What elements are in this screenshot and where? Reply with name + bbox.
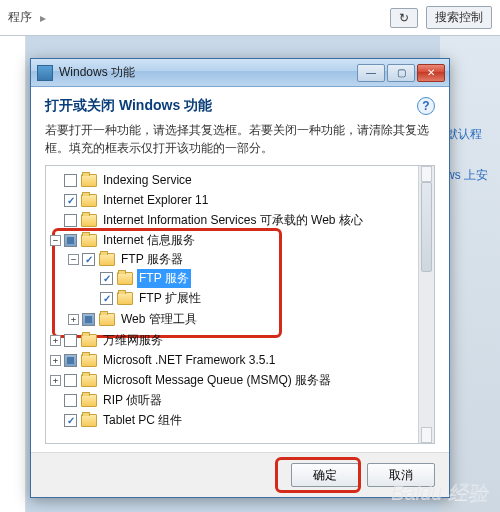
- folder-icon: [81, 214, 97, 227]
- app-icon: [37, 65, 53, 81]
- expander-expand[interactable]: +: [50, 335, 61, 346]
- maximize-button[interactable]: ▢: [387, 64, 415, 82]
- background-toolbar: 程序 ▸ ↻ 搜索控制: [0, 0, 500, 36]
- scrollbar-thumb[interactable]: [421, 182, 432, 272]
- checkbox[interactable]: [64, 374, 77, 387]
- close-button[interactable]: ✕: [417, 64, 445, 82]
- tree-label[interactable]: Indexing Service: [101, 172, 194, 188]
- search-panel-button[interactable]: 搜索控制: [426, 6, 492, 29]
- watermark: Baidu 经验: [391, 479, 488, 506]
- expander-collapse[interactable]: −: [50, 235, 61, 246]
- minimize-button[interactable]: —: [357, 64, 385, 82]
- breadcrumb-segment[interactable]: 程序: [8, 9, 32, 26]
- folder-icon: [81, 234, 97, 247]
- window-title: Windows 功能: [59, 64, 135, 81]
- tree-label[interactable]: Tablet PC 组件: [101, 411, 184, 430]
- folder-icon: [81, 414, 97, 427]
- checkbox[interactable]: [82, 253, 95, 266]
- folder-icon: [99, 313, 115, 326]
- refresh-button[interactable]: ↻: [390, 8, 418, 28]
- folder-icon: [81, 374, 97, 387]
- checkbox[interactable]: [100, 292, 113, 305]
- expander-none: [50, 415, 61, 426]
- tree-label[interactable]: Web 管理工具: [119, 310, 199, 329]
- tree-label[interactable]: Internet Explorer 11: [101, 192, 210, 208]
- tree-label[interactable]: Microsoft Message Queue (MSMQ) 服务器: [101, 371, 333, 390]
- help-icon[interactable]: ?: [417, 97, 435, 115]
- expander-expand[interactable]: +: [68, 314, 79, 325]
- tree-label-selected[interactable]: FTP 服务: [137, 269, 191, 288]
- checkbox[interactable]: [64, 194, 77, 207]
- expander-none: [50, 195, 61, 206]
- ok-button[interactable]: 确定: [291, 463, 359, 487]
- windows-features-dialog: Windows 功能 — ▢ ✕ 打开或关闭 Windows 功能 ? 若要打开…: [30, 58, 450, 498]
- side-link[interactable]: 默认程: [446, 126, 494, 143]
- vertical-scrollbar[interactable]: [418, 166, 434, 443]
- features-tree-container: Indexing Service Internet Explorer 11 In…: [45, 165, 435, 444]
- checkbox-partial[interactable]: [64, 354, 77, 367]
- checkbox-partial[interactable]: [64, 234, 77, 247]
- expander-none: [50, 215, 61, 226]
- checkbox-partial[interactable]: [82, 313, 95, 326]
- tree-label[interactable]: 万维网服务: [101, 331, 165, 350]
- tree-label[interactable]: Microsoft .NET Framework 3.5.1: [101, 352, 278, 368]
- tree-label[interactable]: RIP 侦听器: [101, 391, 164, 410]
- tree-label[interactable]: Internet 信息服务: [101, 231, 197, 250]
- checkbox[interactable]: [64, 174, 77, 187]
- expander-none: [50, 175, 61, 186]
- dialog-description: 若要打开一种功能，请选择其复选框。若要关闭一种功能，请清除其复选框。填充的框表示…: [31, 121, 449, 157]
- expander-collapse[interactable]: −: [68, 254, 79, 265]
- folder-icon: [99, 253, 115, 266]
- checkbox[interactable]: [64, 334, 77, 347]
- folder-icon: [81, 354, 97, 367]
- checkbox[interactable]: [64, 414, 77, 427]
- chevron-right-icon: ▸: [40, 11, 46, 25]
- dialog-button-row: 确定 取消: [31, 452, 449, 497]
- expander-none: [86, 273, 97, 284]
- expander-expand[interactable]: +: [50, 355, 61, 366]
- checkbox[interactable]: [100, 272, 113, 285]
- expander-none: [50, 395, 61, 406]
- side-link[interactable]: ws 上安: [446, 167, 494, 184]
- folder-icon: [81, 194, 97, 207]
- dialog-heading: 打开或关闭 Windows 功能: [45, 97, 212, 115]
- folder-icon: [81, 174, 97, 187]
- checkbox[interactable]: [64, 214, 77, 227]
- titlebar[interactable]: Windows 功能 — ▢ ✕: [31, 59, 449, 87]
- folder-icon: [81, 334, 97, 347]
- folder-icon: [117, 292, 133, 305]
- expander-expand[interactable]: +: [50, 375, 61, 386]
- folder-icon: [117, 272, 133, 285]
- background-left-pane: [0, 36, 26, 512]
- expander-none: [86, 293, 97, 304]
- tree-label[interactable]: FTP 服务器: [119, 250, 185, 269]
- folder-icon: [81, 394, 97, 407]
- features-tree[interactable]: Indexing Service Internet Explorer 11 In…: [46, 166, 418, 443]
- tree-label[interactable]: FTP 扩展性: [137, 289, 203, 308]
- checkbox[interactable]: [64, 394, 77, 407]
- tree-label[interactable]: Internet Information Services 可承载的 Web 核…: [101, 211, 365, 230]
